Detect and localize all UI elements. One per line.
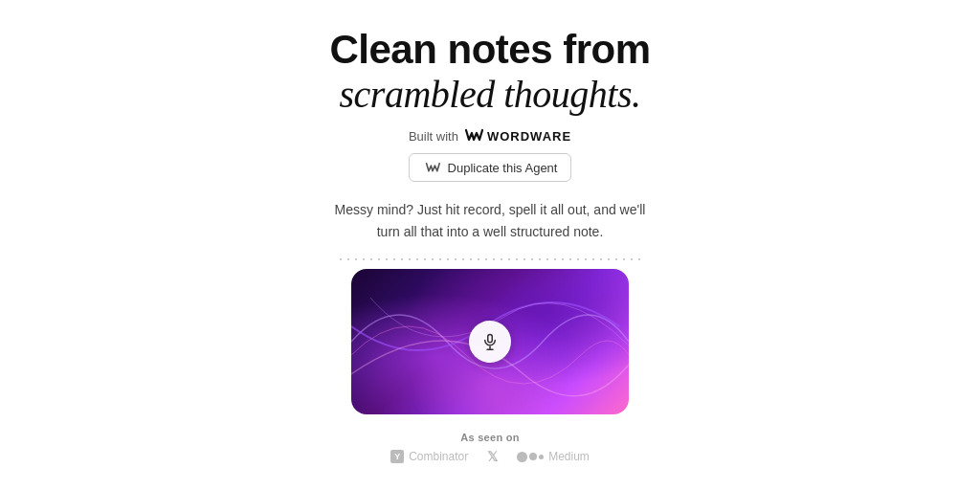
wordware-logo: WORDWARE bbox=[464, 128, 571, 144]
medium-icon bbox=[517, 452, 544, 462]
as-seen-label: As seen on bbox=[390, 432, 590, 443]
svg-rect-0 bbox=[488, 335, 493, 343]
built-with-section: Built with WORDWARE bbox=[409, 128, 571, 144]
duplicate-icon bbox=[423, 160, 442, 175]
ycombinator-label: Combinator bbox=[409, 450, 468, 463]
dotted-separator-top bbox=[337, 256, 643, 263]
wordware-icon bbox=[464, 128, 483, 144]
medium-label: Medium bbox=[548, 450, 590, 463]
title-line2: scrambled thoughts. bbox=[329, 73, 650, 117]
ycombinator-logo: Y Combinator bbox=[390, 450, 468, 463]
description-text: Messy mind? Just hit record, spell it al… bbox=[327, 199, 653, 242]
medium-logo: Medium bbox=[517, 450, 590, 463]
x-logo: 𝕏 bbox=[487, 449, 498, 464]
as-seen-on-section: As seen on Y Combinator 𝕏 Medium bbox=[390, 432, 590, 464]
logos-row: Y Combinator 𝕏 Medium bbox=[390, 449, 590, 464]
wordware-brand-label: WORDWARE bbox=[487, 129, 571, 144]
built-with-label: Built with bbox=[409, 129, 458, 144]
mic-button[interactable] bbox=[469, 321, 511, 363]
media-container bbox=[351, 269, 629, 414]
x-icon: 𝕏 bbox=[487, 449, 498, 464]
duplicate-agent-button[interactable]: Duplicate this Agent bbox=[409, 153, 572, 182]
title-line1: Clean notes from bbox=[329, 27, 650, 73]
duplicate-button-label: Duplicate this Agent bbox=[448, 161, 558, 175]
ycombinator-icon: Y bbox=[390, 450, 404, 463]
page-title: Clean notes from scrambled thoughts. bbox=[329, 27, 650, 117]
mic-icon bbox=[481, 333, 499, 350]
